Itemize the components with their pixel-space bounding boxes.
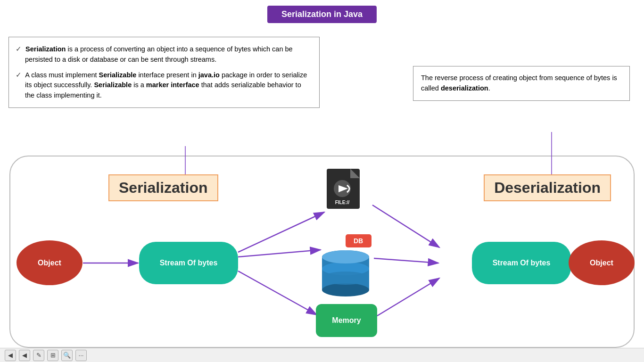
svg-text:FILE://: FILE:// [335,200,350,205]
btn-edit[interactable]: ✎ [33,350,44,361]
node-file: FILE:// [324,169,372,218]
svg-point-7 [322,250,369,263]
slide: Serialization in Java ✓ Serialization is… [0,0,644,362]
deserialization-label: Deserialization [484,174,611,201]
info-box-left: ✓ Serialization is a process of converti… [8,37,320,108]
slide-title: Serialization in Java [267,6,377,23]
svg-point-4 [322,283,369,296]
svg-point-6 [322,272,369,285]
bold-serialization: Serialization [25,45,66,53]
checkmark-2: ✓ [16,71,22,79]
btn-prev[interactable]: ◀ [19,350,30,361]
node-stream-right: Stream Of bytes [472,242,571,284]
svg-text:DB: DB [354,237,363,245]
serialization-label: Serialization [108,174,218,201]
info-left-point1: ✓ Serialization is a process of converti… [16,44,311,65]
node-db: DB [317,233,374,299]
btn-grid[interactable]: ⊞ [47,350,58,361]
btn-more[interactable]: ··· [75,350,87,361]
btn-back[interactable]: ◀ [5,350,16,361]
info-box-right: The reverse process of creating object f… [413,66,630,101]
node-stream-left: Stream Of bytes [139,242,238,284]
info-left-point2: ✓ A class must implement Serializable in… [16,70,311,101]
btn-zoom[interactable]: 🔍 [61,350,73,361]
node-object-left: Object [17,240,83,285]
node-memory: Memory [316,304,377,337]
bottom-toolbar: ◀ ◀ ✎ ⊞ 🔍 ··· [0,348,644,362]
node-object-right: Object [569,240,635,285]
checkmark-1: ✓ [16,45,22,53]
